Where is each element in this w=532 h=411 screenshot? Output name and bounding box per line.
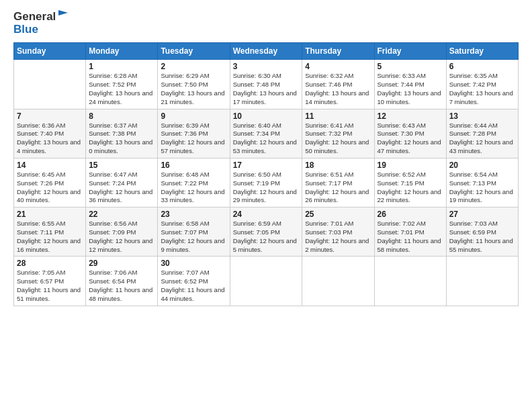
day-info: Sunrise: 6:55 AM Sunset: 7:11 PM Dayligh… bbox=[17, 220, 83, 254]
day-info: Sunrise: 6:40 AM Sunset: 7:34 PM Dayligh… bbox=[233, 122, 300, 156]
day-number: 12 bbox=[378, 111, 443, 121]
calendar-cell: 4Sunrise: 6:32 AM Sunset: 7:46 PM Daylig… bbox=[302, 60, 374, 109]
col-header-monday: Monday bbox=[86, 43, 158, 60]
calendar-cell bbox=[230, 257, 302, 306]
day-number: 10 bbox=[233, 111, 300, 121]
day-info: Sunrise: 6:30 AM Sunset: 7:48 PM Dayligh… bbox=[233, 72, 300, 106]
logo-general: General bbox=[13, 11, 56, 24]
day-number: 11 bbox=[305, 111, 371, 121]
calendar-table: SundayMondayTuesdayWednesdayThursdayFrid… bbox=[13, 42, 519, 306]
day-info: Sunrise: 7:02 AM Sunset: 7:01 PM Dayligh… bbox=[378, 220, 443, 254]
day-number: 26 bbox=[378, 210, 443, 219]
calendar-cell: 10Sunrise: 6:40 AM Sunset: 7:34 PM Dayli… bbox=[230, 109, 302, 158]
day-number: 20 bbox=[449, 161, 515, 170]
day-number: 19 bbox=[378, 161, 443, 170]
calendar-cell: 11Sunrise: 6:41 AM Sunset: 7:32 PM Dayli… bbox=[302, 109, 374, 158]
day-number: 25 bbox=[305, 210, 371, 219]
day-number: 17 bbox=[233, 161, 300, 170]
day-info: Sunrise: 6:33 AM Sunset: 7:44 PM Dayligh… bbox=[378, 72, 443, 106]
calendar-header-row: SundayMondayTuesdayWednesdayThursdayFrid… bbox=[14, 43, 519, 60]
calendar-cell: 21Sunrise: 6:55 AM Sunset: 7:11 PM Dayli… bbox=[14, 208, 86, 257]
svg-marker-0 bbox=[58, 10, 68, 15]
day-info: Sunrise: 6:50 AM Sunset: 7:19 PM Dayligh… bbox=[233, 171, 300, 205]
calendar-cell: 8Sunrise: 6:37 AM Sunset: 7:38 PM Daylig… bbox=[86, 109, 158, 158]
day-number: 15 bbox=[89, 161, 154, 170]
day-number: 1 bbox=[89, 62, 154, 71]
calendar-cell: 6Sunrise: 6:35 AM Sunset: 7:42 PM Daylig… bbox=[446, 60, 518, 109]
day-info: Sunrise: 6:32 AM Sunset: 7:46 PM Dayligh… bbox=[305, 72, 371, 106]
calendar-cell: 3Sunrise: 6:30 AM Sunset: 7:48 PM Daylig… bbox=[230, 60, 302, 109]
day-info: Sunrise: 6:59 AM Sunset: 7:05 PM Dayligh… bbox=[233, 220, 300, 254]
calendar-cell: 12Sunrise: 6:43 AM Sunset: 7:30 PM Dayli… bbox=[374, 109, 446, 158]
calendar-cell bbox=[446, 257, 518, 306]
day-info: Sunrise: 6:37 AM Sunset: 7:38 PM Dayligh… bbox=[89, 122, 154, 156]
col-header-wednesday: Wednesday bbox=[230, 43, 302, 60]
col-header-thursday: Thursday bbox=[302, 43, 374, 60]
day-info: Sunrise: 6:52 AM Sunset: 7:15 PM Dayligh… bbox=[378, 171, 443, 205]
day-info: Sunrise: 6:58 AM Sunset: 7:07 PM Dayligh… bbox=[161, 220, 226, 254]
calendar-cell: 13Sunrise: 6:44 AM Sunset: 7:28 PM Dayli… bbox=[446, 109, 518, 158]
calendar-cell: 24Sunrise: 6:59 AM Sunset: 7:05 PM Dayli… bbox=[230, 208, 302, 257]
calendar-cell: 5Sunrise: 6:33 AM Sunset: 7:44 PM Daylig… bbox=[374, 60, 446, 109]
day-number: 24 bbox=[233, 210, 300, 219]
calendar-cell: 30Sunrise: 7:07 AM Sunset: 6:52 PM Dayli… bbox=[158, 257, 230, 306]
day-number: 9 bbox=[161, 111, 226, 121]
day-number: 2 bbox=[161, 62, 226, 71]
day-info: Sunrise: 6:29 AM Sunset: 7:50 PM Dayligh… bbox=[161, 72, 226, 106]
calendar-week-row: 7Sunrise: 6:36 AM Sunset: 7:40 PM Daylig… bbox=[14, 109, 519, 158]
calendar-cell: 26Sunrise: 7:02 AM Sunset: 7:01 PM Dayli… bbox=[374, 208, 446, 257]
calendar-cell: 17Sunrise: 6:50 AM Sunset: 7:19 PM Dayli… bbox=[230, 158, 302, 207]
calendar-cell: 22Sunrise: 6:56 AM Sunset: 7:09 PM Dayli… bbox=[86, 208, 158, 257]
day-info: Sunrise: 6:48 AM Sunset: 7:22 PM Dayligh… bbox=[161, 171, 226, 205]
day-info: Sunrise: 6:43 AM Sunset: 7:30 PM Dayligh… bbox=[378, 122, 443, 156]
day-info: Sunrise: 6:39 AM Sunset: 7:36 PM Dayligh… bbox=[161, 122, 226, 156]
day-info: Sunrise: 6:35 AM Sunset: 7:42 PM Dayligh… bbox=[449, 72, 515, 106]
calendar-cell: 19Sunrise: 6:52 AM Sunset: 7:15 PM Dayli… bbox=[374, 158, 446, 207]
day-number: 6 bbox=[449, 62, 515, 71]
logo-wordmark: General Blue bbox=[13, 11, 69, 36]
day-info: Sunrise: 6:51 AM Sunset: 7:17 PM Dayligh… bbox=[305, 171, 371, 205]
calendar-cell: 14Sunrise: 6:45 AM Sunset: 7:26 PM Dayli… bbox=[14, 158, 86, 207]
day-info: Sunrise: 7:05 AM Sunset: 6:57 PM Dayligh… bbox=[17, 269, 83, 303]
day-number: 29 bbox=[89, 259, 154, 268]
calendar-week-row: 14Sunrise: 6:45 AM Sunset: 7:26 PM Dayli… bbox=[14, 158, 519, 207]
day-info: Sunrise: 6:28 AM Sunset: 7:52 PM Dayligh… bbox=[89, 72, 154, 106]
calendar-cell: 20Sunrise: 6:54 AM Sunset: 7:13 PM Dayli… bbox=[446, 158, 518, 207]
calendar-cell bbox=[302, 257, 374, 306]
day-number: 4 bbox=[305, 62, 371, 71]
logo-flag-icon bbox=[57, 9, 69, 21]
day-info: Sunrise: 7:07 AM Sunset: 6:52 PM Dayligh… bbox=[161, 269, 226, 303]
day-info: Sunrise: 6:45 AM Sunset: 7:26 PM Dayligh… bbox=[17, 171, 83, 205]
day-number: 8 bbox=[89, 111, 154, 121]
day-number: 30 bbox=[161, 259, 226, 268]
col-header-tuesday: Tuesday bbox=[158, 43, 230, 60]
calendar-cell: 28Sunrise: 7:05 AM Sunset: 6:57 PM Dayli… bbox=[14, 257, 86, 306]
day-info: Sunrise: 7:06 AM Sunset: 6:54 PM Dayligh… bbox=[89, 269, 154, 303]
day-info: Sunrise: 7:03 AM Sunset: 6:59 PM Dayligh… bbox=[449, 220, 515, 254]
calendar-cell: 1Sunrise: 6:28 AM Sunset: 7:52 PM Daylig… bbox=[86, 60, 158, 109]
day-number: 28 bbox=[17, 259, 83, 268]
day-info: Sunrise: 6:44 AM Sunset: 7:28 PM Dayligh… bbox=[449, 122, 515, 156]
col-header-friday: Friday bbox=[374, 43, 446, 60]
day-number: 21 bbox=[17, 210, 83, 219]
day-number: 22 bbox=[89, 210, 154, 219]
day-number: 5 bbox=[378, 62, 443, 71]
calendar-cell: 27Sunrise: 7:03 AM Sunset: 6:59 PM Dayli… bbox=[446, 208, 518, 257]
calendar-week-row: 28Sunrise: 7:05 AM Sunset: 6:57 PM Dayli… bbox=[14, 257, 519, 306]
calendar-cell: 18Sunrise: 6:51 AM Sunset: 7:17 PM Dayli… bbox=[302, 158, 374, 207]
calendar-cell bbox=[14, 60, 86, 109]
calendar-cell bbox=[374, 257, 446, 306]
page-header: General Blue bbox=[13, 11, 519, 36]
day-number: 27 bbox=[449, 210, 515, 219]
calendar-cell: 7Sunrise: 6:36 AM Sunset: 7:40 PM Daylig… bbox=[14, 109, 86, 158]
calendar-cell: 29Sunrise: 7:06 AM Sunset: 6:54 PM Dayli… bbox=[86, 257, 158, 306]
day-number: 23 bbox=[161, 210, 226, 219]
day-number: 13 bbox=[449, 111, 515, 121]
col-header-sunday: Sunday bbox=[14, 43, 86, 60]
calendar-week-row: 1Sunrise: 6:28 AM Sunset: 7:52 PM Daylig… bbox=[14, 60, 519, 109]
calendar-cell: 23Sunrise: 6:58 AM Sunset: 7:07 PM Dayli… bbox=[158, 208, 230, 257]
calendar-cell: 25Sunrise: 7:01 AM Sunset: 7:03 PM Dayli… bbox=[302, 208, 374, 257]
day-number: 14 bbox=[17, 161, 83, 170]
calendar-cell: 9Sunrise: 6:39 AM Sunset: 7:36 PM Daylig… bbox=[158, 109, 230, 158]
day-info: Sunrise: 6:41 AM Sunset: 7:32 PM Dayligh… bbox=[305, 122, 371, 156]
